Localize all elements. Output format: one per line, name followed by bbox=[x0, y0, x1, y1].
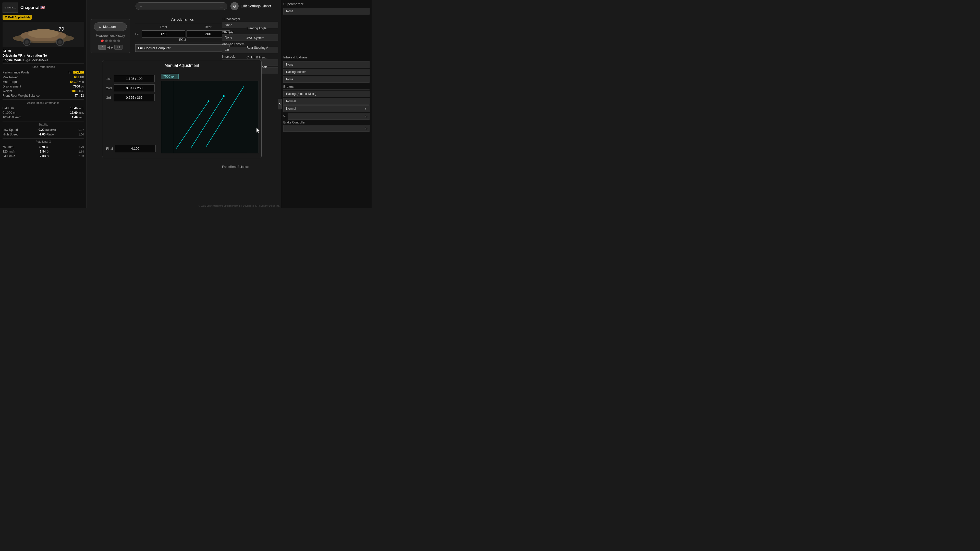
gear-row-1: 1st bbox=[106, 75, 155, 83]
car-silhouette-svg: 7J bbox=[8, 23, 79, 46]
high-speed-row: High Speed -1.00 (Under) -1.00 bbox=[3, 132, 84, 137]
balance-row: Front-Rear Weight Balance 47 : 53 bbox=[3, 94, 84, 98]
brakes-section: Brakes Racing (Slotted Discs) Normal Nor… bbox=[283, 85, 369, 132]
front-rear-balance-label: Front/Rear Balance bbox=[222, 165, 248, 168]
dot-2 bbox=[105, 40, 108, 42]
history-dots bbox=[94, 40, 127, 42]
weight-row: Weight 1810 lbs. bbox=[3, 89, 84, 94]
brake-controller-row: Brake Controller 0 bbox=[283, 121, 369, 132]
brake-item-1: Normal bbox=[283, 98, 369, 105]
supercharger-value: None bbox=[283, 8, 369, 14]
svg-point-4 bbox=[25, 40, 29, 44]
low-speed-row: Low Speed -0.22 (Neutral) -0.22 bbox=[3, 127, 84, 132]
car-name: Chaparral bbox=[21, 5, 40, 10]
brake-item-0: Racing (Slotted Discs) bbox=[283, 91, 369, 97]
modal-title: Manual Adjustment bbox=[102, 60, 261, 71]
svg-line-12 bbox=[206, 86, 244, 147]
search-bar[interactable]: -- ☰ bbox=[135, 2, 228, 10]
ecu-title: ECU bbox=[135, 38, 230, 43]
edit-settings-button[interactable]: ⚙ Edit Settings Sheet bbox=[231, 2, 271, 10]
measure-panel: ▲ Measure Measurement History L1 ◀ ▶ R1 bbox=[91, 19, 130, 53]
gear-chart-svg bbox=[161, 81, 259, 153]
car-engine: Engine Model Big-Block-465-2J bbox=[3, 59, 84, 62]
search-text: -- bbox=[140, 4, 142, 8]
svg-point-6 bbox=[58, 40, 62, 44]
bop-icon: ⚖ bbox=[5, 16, 7, 19]
accel-title: Acceleration Performance bbox=[3, 101, 84, 104]
aero-front-label: Front bbox=[142, 25, 185, 29]
dot-1 bbox=[101, 40, 103, 42]
expand-arrow-icon[interactable]: › bbox=[278, 99, 282, 110]
car-model: 2J '70 bbox=[3, 49, 84, 53]
intake-item-0: None bbox=[283, 61, 369, 68]
controller-label: Brake Controller bbox=[283, 121, 369, 124]
gear-input-2[interactable] bbox=[114, 84, 155, 92]
car-header: CHAPARRAL Chaparral 🇺🇸 bbox=[3, 3, 84, 13]
rot-g-240: 240 km/h 2.03 G 2.03 bbox=[3, 154, 84, 159]
base-perf-title: Base Performance bbox=[3, 65, 84, 68]
rpm-badge: 7500 rpm bbox=[161, 74, 179, 79]
ecu-select[interactable]: Full Control Computer Standard Sport bbox=[135, 44, 230, 52]
dot-4 bbox=[113, 40, 116, 42]
stability-title: Stability bbox=[3, 123, 84, 126]
car-drivetrain: Drivetrain MR / Aspiration NA bbox=[3, 54, 84, 57]
svg-text:7J: 7J bbox=[59, 27, 64, 32]
svg-point-2 bbox=[28, 29, 59, 38]
brake-percent-input[interactable]: 0 bbox=[288, 113, 369, 120]
tab-l1[interactable]: L1 bbox=[98, 44, 106, 50]
modal-body: 1st 2nd 3rd Final 7500 rpm bbox=[102, 71, 261, 156]
menu-icon[interactable]: ☰ bbox=[220, 4, 223, 8]
dot-3 bbox=[109, 40, 112, 42]
divider-1 bbox=[3, 64, 84, 64]
percent-label: % bbox=[283, 114, 286, 118]
controller-value: 0 bbox=[283, 125, 369, 132]
rot-g-60: 60 km/h 1.79 G 1.79 bbox=[3, 144, 84, 149]
nav-left-icon[interactable]: ◀ bbox=[107, 45, 110, 49]
pp-prefix: PP bbox=[68, 71, 72, 74]
steering-angle-label: Steering Angle bbox=[247, 25, 280, 31]
triangle-icon: ▲ bbox=[98, 25, 102, 29]
max-power-row: Max Power 683 HP bbox=[3, 75, 84, 79]
gear-input-3[interactable] bbox=[114, 94, 155, 101]
aero-front-input[interactable] bbox=[142, 30, 185, 38]
rot-g-120: 120 km/h 1.84 G 1.84 bbox=[3, 149, 84, 154]
intake-exhaust-title: Intake & Exhaust bbox=[283, 56, 369, 60]
supercharger-section: Supercharger None bbox=[283, 2, 369, 14]
tab-r1[interactable]: R1 bbox=[115, 44, 123, 50]
tab-controls: L1 ◀ ▶ R1 bbox=[94, 44, 127, 50]
svg-point-14 bbox=[223, 95, 224, 97]
supercharger-title: Supercharger bbox=[283, 2, 369, 7]
brake-percent-row: % 0 bbox=[283, 113, 369, 120]
manual-adjustment-modal: Manual Adjustment 1st 2nd 3rd Final 7500… bbox=[102, 60, 262, 158]
car-image: 7J bbox=[3, 22, 84, 47]
aero-lv-label: Lv. bbox=[135, 32, 140, 35]
aero-title: Aerodynamics bbox=[135, 17, 230, 23]
gear-row-3: 3rd bbox=[106, 94, 155, 101]
gear-row-2: 2nd bbox=[106, 84, 155, 92]
settings-icon: ⚙ bbox=[231, 2, 239, 10]
clutch-flywheel-label: Clutch & Flyw... bbox=[247, 55, 280, 60]
nav-right-icon[interactable]: ▶ bbox=[111, 45, 113, 49]
pp-value: PP 863.86 bbox=[68, 70, 84, 75]
gear-chart-area: 7500 rpm bbox=[159, 71, 261, 156]
rear-steering-label: Rear Steering A bbox=[247, 45, 280, 51]
svg-line-10 bbox=[176, 101, 208, 149]
right-panel: Supercharger None Steering Angle 4WS Sys… bbox=[281, 0, 372, 208]
aerodynamics-section: Aerodynamics Front Rear Lv. bbox=[135, 17, 230, 38]
brake-item-2[interactable]: Normal ▼ bbox=[283, 105, 369, 112]
copyright-text: © 2021 Sony Interactive Entertainment In… bbox=[199, 205, 280, 207]
final-gear-input[interactable] bbox=[115, 145, 156, 152]
final-gear-row: Final bbox=[106, 145, 155, 152]
pp-row: Performance Points PP 863.86 bbox=[3, 70, 84, 75]
gear-input-1[interactable] bbox=[114, 75, 155, 83]
intake-item-1: Racing Muffler bbox=[283, 68, 369, 75]
accel-row-0: 0-400 m 10.46 sec. bbox=[3, 106, 84, 110]
bop-badge: ⚖ BoP Applied (M) bbox=[3, 15, 32, 20]
displacement-row: Displacement 7600 cc bbox=[3, 84, 84, 89]
measure-history-title: Measurement History bbox=[94, 34, 127, 38]
gear-ratios-panel: 1st 2nd 3rd Final bbox=[102, 71, 159, 156]
four-ws-label: 4WS System bbox=[247, 35, 280, 41]
ecu-section: ECU Full Control Computer Standard Sport… bbox=[135, 38, 230, 52]
turbo-label: Turbocharger bbox=[222, 17, 278, 21]
measure-button[interactable]: ▲ Measure bbox=[94, 22, 127, 31]
